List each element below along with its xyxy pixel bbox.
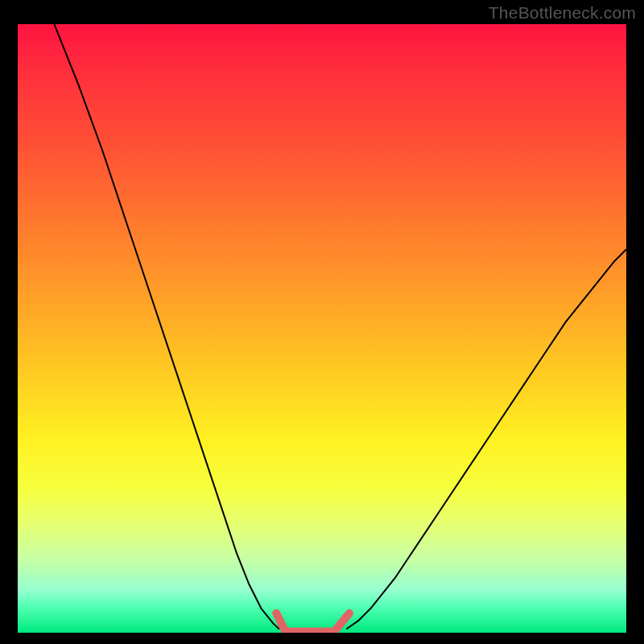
watermark-label: TheBottleneck.com <box>489 3 636 23</box>
right-curve-path <box>346 250 626 630</box>
valley-marker-path <box>276 613 349 632</box>
left-curve-path <box>54 24 279 629</box>
chart-svg <box>18 24 626 633</box>
chart-frame: TheBottleneck.com <box>0 0 644 644</box>
plot-area <box>18 24 626 633</box>
